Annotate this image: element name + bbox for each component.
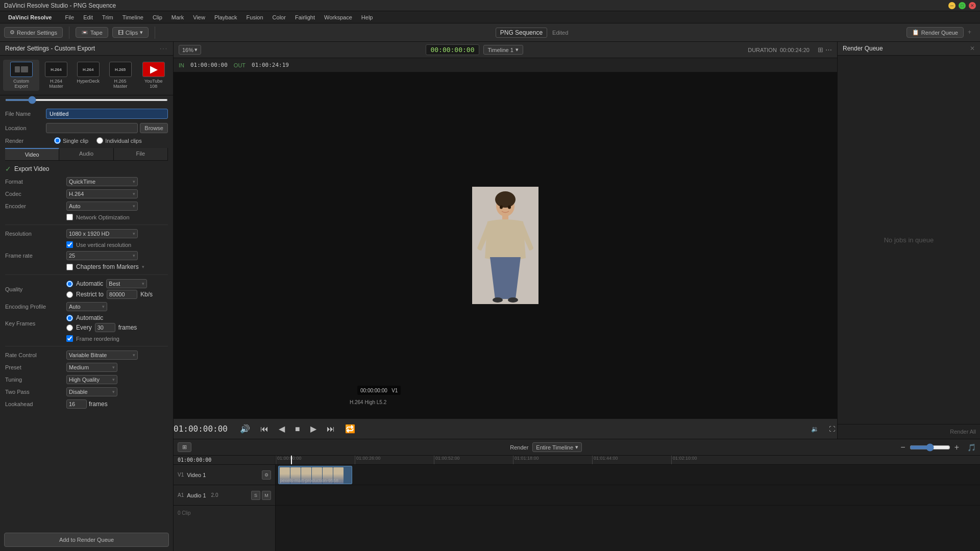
- timeline-audio-icon[interactable]: 🎵: [967, 443, 976, 452]
- menu-edit[interactable]: Edit: [79, 13, 97, 21]
- tab-video[interactable]: Video: [5, 148, 59, 160]
- menu-brand[interactable]: DaVinci Resolve: [4, 13, 56, 21]
- preset-hyperdeck[interactable]: H.264 HyperDeck: [73, 60, 104, 91]
- menu-clip[interactable]: Clip: [149, 13, 166, 21]
- step-back-button[interactable]: ◀: [277, 422, 287, 436]
- two-pass-select[interactable]: Disable ▾: [66, 387, 117, 396]
- menu-help[interactable]: Help: [357, 13, 377, 21]
- network-optimization-checkbox[interactable]: [66, 214, 73, 220]
- menu-trim[interactable]: Trim: [98, 13, 117, 21]
- timeline-selector[interactable]: Timeline 1 ▾: [483, 45, 523, 55]
- menu-playback[interactable]: Playback: [210, 13, 241, 21]
- go-to-end-button[interactable]: ⏭: [325, 422, 337, 436]
- quality-best-select[interactable]: Best ▾: [106, 279, 147, 288]
- audio-settings-button[interactable]: 🔉: [809, 423, 821, 435]
- menu-fairlight[interactable]: Fairlight: [291, 13, 319, 21]
- preset-custom[interactable]: Custom Export: [3, 60, 39, 91]
- full-screen-button[interactable]: ⛶: [827, 423, 837, 435]
- tuning-select[interactable]: High Quality ▾: [66, 375, 117, 384]
- clips-button[interactable]: 🎞 Clips ▾: [112, 27, 149, 38]
- tab-file[interactable]: File: [114, 148, 168, 160]
- format-chevron: ▾: [133, 179, 135, 184]
- browse-button[interactable]: Browse: [140, 123, 168, 133]
- queue-close-button[interactable]: ✕: [970, 45, 975, 52]
- preset-h264master[interactable]: H.264 H.264 Master: [39, 60, 73, 91]
- tape-button[interactable]: 📼 Tape: [76, 27, 108, 38]
- close-button[interactable]: ✕: [969, 2, 976, 9]
- location-row: Location Browse: [5, 123, 168, 133]
- duration-label: DURATION: [748, 47, 777, 53]
- render-range-select[interactable]: Entire Timeline ▾: [532, 442, 582, 452]
- keyframes-auto-radio[interactable]: [66, 315, 73, 321]
- individual-clips-option[interactable]: Individual clips: [96, 137, 142, 144]
- tab-audio[interactable]: Audio: [59, 148, 113, 160]
- single-clip-option[interactable]: Single clip: [54, 137, 88, 144]
- location-input[interactable]: [46, 123, 138, 133]
- framerate-label: Frame rate: [5, 253, 66, 259]
- volume-button[interactable]: 🔊: [238, 422, 252, 436]
- frame-reordering-row: Frame reordering: [66, 335, 168, 342]
- rate-control-select[interactable]: Variable Bitrate ▾: [66, 350, 138, 360]
- panel-options-button[interactable]: ···: [160, 45, 168, 52]
- v1-settings-button[interactable]: ⚙: [262, 470, 271, 480]
- menu-mark[interactable]: Mark: [167, 13, 188, 21]
- tape-label: Tape: [90, 30, 103, 36]
- duration-area: DURATION 00:00:24:20: [748, 47, 810, 53]
- minimize-button[interactable]: ─: [948, 2, 955, 9]
- timeline-zoom-slider[interactable]: [910, 443, 950, 452]
- render-queue-button[interactable]: 📋 Render Queue: [906, 27, 964, 38]
- format-select[interactable]: QuickTime ▾: [66, 177, 138, 186]
- preview-options-icon[interactable]: ⊞: [818, 46, 823, 54]
- filename-input[interactable]: [46, 109, 168, 119]
- preset-youtube[interactable]: ▶ YouTube 108: [137, 60, 170, 91]
- keyframes-every-radio[interactable]: [66, 324, 73, 331]
- network-optimization-row: Network Optimization: [66, 214, 168, 220]
- preview-expand-icon[interactable]: ⋯: [825, 46, 832, 54]
- single-clip-radio[interactable]: [54, 137, 61, 144]
- encoder-select[interactable]: Auto ▾: [66, 202, 138, 211]
- maximize-button[interactable]: □: [959, 2, 966, 9]
- quality-restrict-radio[interactable]: [66, 291, 73, 298]
- preset-select[interactable]: Medium ▾: [66, 363, 117, 372]
- menu-view[interactable]: View: [189, 13, 209, 21]
- quality-kbps-input[interactable]: [107, 290, 137, 299]
- keyframes-every-input[interactable]: [95, 323, 115, 332]
- individual-clips-radio[interactable]: [96, 137, 103, 144]
- network-optimization-label: Network Optimization: [76, 214, 130, 220]
- menu-workspace[interactable]: Workspace: [320, 13, 356, 21]
- preset-label: Preset: [5, 364, 66, 370]
- codec-select[interactable]: H.264 ▾: [66, 189, 138, 198]
- loop-button[interactable]: 🔁: [343, 422, 357, 436]
- stop-button[interactable]: ■: [293, 422, 302, 436]
- frame-reordering-checkbox[interactable]: [66, 335, 73, 342]
- resolution-select[interactable]: 551 x 980 HD ▾: [66, 229, 138, 238]
- menu-fusion[interactable]: Fusion: [242, 13, 267, 21]
- video-clip[interactable]: pexels-mart-production-9558198 ...: [278, 466, 352, 484]
- quality-auto-radio[interactable]: [66, 281, 73, 287]
- menu-color[interactable]: Color: [268, 13, 290, 21]
- encoding-profile-select[interactable]: Auto ▾: [66, 302, 107, 311]
- preset-h265master[interactable]: H.265 H.265 Master: [104, 60, 137, 91]
- add-to-render-queue-button[interactable]: Add to Render Queue: [4, 533, 169, 547]
- timeline-zoom-in-button[interactable]: +: [954, 443, 959, 452]
- ruler-mark-4: 01:01:44:00: [592, 456, 618, 464]
- add-queue-icon[interactable]: +: [968, 29, 976, 37]
- play-button[interactable]: ▶: [308, 422, 318, 436]
- preset-scroll-slider[interactable]: [5, 99, 168, 101]
- render-all-button[interactable]: Render All: [950, 429, 976, 435]
- timecode-value: 00:00:00:00: [430, 46, 474, 54]
- timeline-grid-button[interactable]: ⊞: [178, 442, 191, 452]
- use-vertical-checkbox[interactable]: [66, 241, 73, 248]
- render-settings-button[interactable]: ⚙ Render Settings: [4, 27, 63, 38]
- timeline-zoom-out-button[interactable]: −: [900, 443, 905, 452]
- a1-s-button[interactable]: S: [251, 491, 260, 500]
- menu-file[interactable]: File: [61, 13, 78, 21]
- a1-m-button[interactable]: M: [262, 491, 271, 500]
- lookahead-input[interactable]: [66, 399, 87, 409]
- chapters-checkbox[interactable]: [66, 264, 73, 270]
- timeline-content: 01:00:00:00 V1 Video 1 ⚙ A1 Audio 1: [174, 456, 980, 551]
- zoom-selector[interactable]: 16% ▾: [179, 45, 201, 55]
- menu-timeline[interactable]: Timeline: [118, 13, 148, 21]
- framerate-select[interactable]: 25 ▾: [66, 251, 138, 260]
- go-to-start-button[interactable]: ⏮: [258, 422, 271, 436]
